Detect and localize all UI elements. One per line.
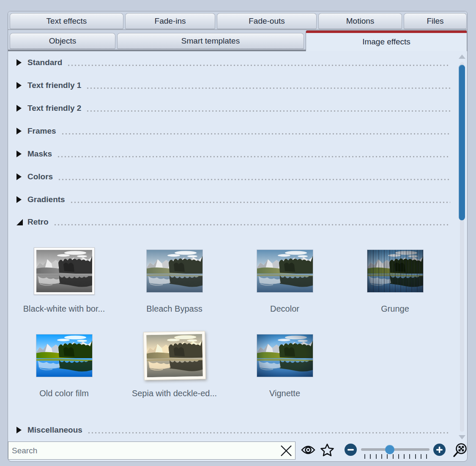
tab-files[interactable]: Files	[404, 13, 467, 29]
dotted-leader	[62, 133, 450, 134]
tab-motions[interactable]: Motions	[318, 13, 402, 29]
category-label: Text friendly 1	[27, 81, 81, 90]
category-text-friendly-2[interactable]: Text friendly 2	[16, 103, 450, 114]
category-text-friendly-1[interactable]: Text friendly 1	[16, 80, 450, 91]
category-label: Gradients	[27, 195, 65, 204]
favorites-star-button[interactable]	[320, 443, 335, 457]
category-gradients[interactable]: Gradients	[16, 194, 450, 205]
effect-thumbnail[interactable]	[367, 249, 424, 293]
clear-search-icon[interactable]	[277, 442, 295, 459]
expand-arrow-icon[interactable]	[16, 82, 23, 89]
tab-image-effects[interactable]: Image effects	[306, 30, 467, 51]
preview-eye-button[interactable]	[301, 444, 316, 456]
category-miscellaneous[interactable]: Miscellaneous	[16, 425, 450, 436]
category-retro[interactable]: Retro	[16, 217, 450, 228]
effect-thumbnail[interactable]	[257, 249, 313, 293]
dotted-leader	[71, 202, 450, 203]
effect-item-vignette[interactable]: Vignette	[230, 331, 340, 398]
tab-row-divider	[8, 29, 467, 30]
category-label: Masks	[27, 149, 52, 159]
expand-arrow-icon[interactable]	[16, 196, 23, 203]
plus-icon	[436, 446, 443, 453]
zoom-in-button[interactable]	[433, 444, 446, 456]
zoom-out-button[interactable]	[345, 444, 357, 456]
collapse-arrow-icon[interactable]	[16, 219, 23, 225]
effect-item-black-white-border[interactable]: Black-white with bor...	[9, 247, 119, 314]
effect-thumbnail[interactable]	[146, 249, 203, 293]
tab-label: Motions	[346, 16, 375, 26]
dotted-leader	[68, 65, 450, 66]
dotted-leader	[87, 88, 450, 89]
tab-label: Fade-outs	[249, 16, 285, 26]
content-top-border	[8, 50, 306, 51]
zoom-slider[interactable]	[361, 441, 429, 458]
effect-item-decolor[interactable]: Decolor	[230, 247, 340, 314]
tab-text-effects[interactable]: Text effects	[10, 13, 123, 29]
slider-track[interactable]	[361, 448, 429, 451]
effect-label: Vignette	[269, 389, 300, 398]
category-label: Frames	[27, 126, 56, 136]
retro-grid-row-1: Black-white with bor... Bleach Bypass De…	[9, 247, 457, 314]
slider-ticks	[364, 454, 427, 459]
category-standard[interactable]: Standard	[16, 57, 450, 68]
tab-objects[interactable]: Objects	[10, 33, 115, 49]
fit-zoom-magnifier-icon	[452, 442, 468, 458]
effect-label: Sepia with deckle-ed...	[132, 389, 217, 398]
dotted-leader	[87, 110, 450, 112]
dotted-leader	[58, 156, 450, 157]
slider-thumb[interactable]	[385, 445, 394, 454]
effect-label: Bleach Bypass	[146, 304, 202, 314]
expand-arrow-icon[interactable]	[16, 128, 23, 134]
effect-label: Old color film	[39, 389, 89, 398]
category-label: Miscellaneous	[27, 425, 82, 435]
eye-icon	[301, 444, 316, 455]
dotted-leader	[55, 224, 450, 225]
effect-item-grunge[interactable]: Grunge	[340, 247, 450, 314]
tab-fade-outs[interactable]: Fade-outs	[217, 13, 317, 29]
empty-cell	[340, 331, 450, 398]
fit-view-button[interactable]	[452, 442, 468, 458]
template-panel: Text effects Fade-ins Fade-outs Motions …	[8, 11, 468, 462]
vertical-scrollbar[interactable]	[457, 52, 467, 442]
star-icon	[320, 443, 334, 457]
expand-arrow-icon[interactable]	[16, 105, 23, 112]
tab-label: Objects	[49, 36, 76, 46]
category-label: Standard	[27, 58, 62, 67]
scrollbar-up-icon[interactable]	[459, 55, 465, 59]
category-label: Colors	[27, 172, 53, 181]
effect-label: Grunge	[381, 304, 409, 314]
tab-label: Text effects	[47, 16, 87, 26]
category-colors[interactable]: Colors	[16, 171, 450, 182]
expand-arrow-icon[interactable]	[16, 173, 23, 180]
effect-thumbnail[interactable]	[36, 334, 93, 377]
search-input[interactable]	[8, 446, 277, 455]
minus-icon	[347, 446, 354, 453]
category-masks[interactable]: Masks	[16, 148, 450, 159]
search-box	[8, 441, 295, 460]
effect-thumbnail[interactable]	[34, 247, 95, 295]
effect-item-bleach-bypass[interactable]: Bleach Bypass	[119, 247, 230, 314]
expand-arrow-icon[interactable]	[16, 427, 23, 433]
retro-grid-row-2: Old color film Sepia with deckle-ed... V…	[9, 331, 457, 398]
category-frames[interactable]: Frames	[16, 126, 450, 137]
expand-arrow-icon[interactable]	[16, 151, 23, 157]
dotted-leader	[88, 432, 450, 433]
category-label: Retro	[27, 217, 49, 227]
scrollbar-thumb[interactable]	[459, 65, 465, 220]
effect-label: Decolor	[270, 304, 299, 314]
effect-label: Black-white with bor...	[23, 304, 105, 314]
category-label: Text friendly 2	[27, 104, 81, 113]
expand-arrow-icon[interactable]	[16, 59, 23, 66]
tab-label: Files	[427, 16, 443, 26]
effect-thumbnail[interactable]	[257, 334, 313, 377]
effect-item-old-color-film[interactable]: Old color film	[9, 331, 119, 398]
tab-fade-ins[interactable]: Fade-ins	[125, 13, 215, 29]
tab-smart-templates[interactable]: Smart templates	[117, 33, 304, 49]
scrollbar-down-icon[interactable]	[459, 435, 465, 439]
dotted-leader	[59, 179, 450, 180]
effect-item-sepia-deckle[interactable]: Sepia with deckle-ed...	[119, 331, 230, 398]
tab-label: Fade-ins	[155, 16, 186, 26]
effect-thumbnail[interactable]	[143, 331, 206, 381]
tab-label: Image effects	[306, 33, 467, 50]
tab-label: Smart templates	[181, 36, 240, 46]
